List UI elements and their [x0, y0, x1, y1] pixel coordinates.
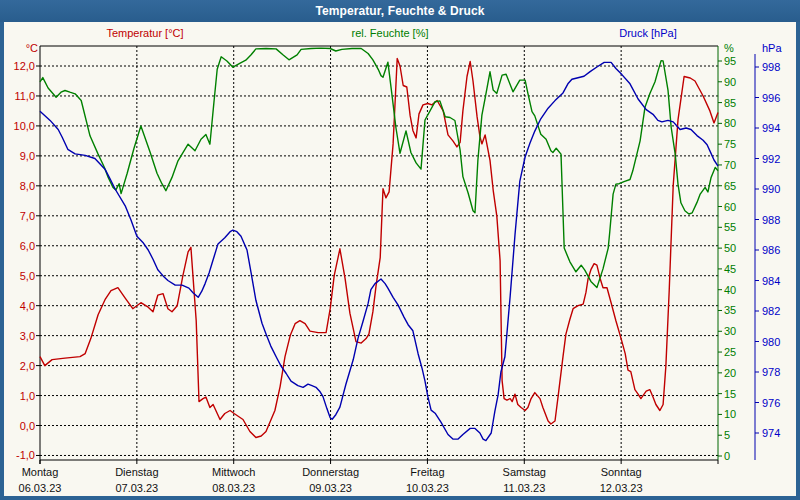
day-name-label: Donnerstag: [283, 466, 379, 478]
temperature-tick-label: 10,0: [5, 120, 35, 132]
day-name-label: Samstag: [476, 466, 572, 478]
temperature-tick-label: 6,0: [5, 240, 35, 252]
humidity-tick-label: 0: [724, 450, 730, 462]
pressure-tick-label: 990: [762, 183, 780, 195]
pressure-tick-label: 986: [762, 244, 780, 256]
pressure-tick-label: 980: [762, 336, 780, 348]
series-lines: [40, 48, 718, 441]
humidity-tick-label: 65: [724, 180, 736, 192]
temperature-tick-label: 11,0: [5, 90, 35, 102]
humidity-tick-label: 35: [724, 304, 736, 316]
chart-svg: [0, 0, 800, 500]
day-date-label: 12.03.23: [573, 482, 669, 494]
day-name-label: Sonntag: [573, 466, 669, 478]
temperature-tick-label: 12,0: [5, 60, 35, 72]
humidity-tick-label: 45: [724, 263, 736, 275]
axes: [36, 46, 759, 464]
humidity-tick-label: 20: [724, 367, 736, 379]
humidity-tick-label: 60: [724, 201, 736, 213]
temperature-tick-label: 9,0: [5, 150, 35, 162]
day-name-label: Dienstag: [89, 466, 185, 478]
pressure-tick-label: 996: [762, 92, 780, 104]
humidity-tick-label: 95: [724, 55, 736, 67]
temperature-tick-label: 8,0: [5, 180, 35, 192]
day-date-label: 11.03.23: [476, 482, 572, 494]
humidity-tick-label: 40: [724, 284, 736, 296]
temperature-tick-label: 3,0: [5, 330, 35, 342]
humidity-series-line: [40, 48, 718, 288]
humidity-tick-label: 15: [724, 388, 736, 400]
humidity-tick-label: 90: [724, 76, 736, 88]
gridlines: [40, 46, 718, 460]
humidity-tick-label: 30: [724, 325, 736, 337]
pressure-tick-label: 974: [762, 427, 780, 439]
pressure-tick-label: 998: [762, 61, 780, 73]
humidity-tick-label: 50: [724, 242, 736, 254]
pressure-tick-label: 988: [762, 214, 780, 226]
day-date-label: 06.03.23: [0, 482, 88, 494]
day-date-label: 08.03.23: [186, 482, 282, 494]
temperature-tick-label: 2,0: [5, 360, 35, 372]
pressure-tick-label: 992: [762, 153, 780, 165]
humidity-tick-label: 70: [724, 159, 736, 171]
humidity-tick-label: 75: [724, 138, 736, 150]
pressure-tick-label: 984: [762, 275, 780, 287]
temperature-tick-label: -1,0: [5, 449, 35, 461]
humidity-tick-label: 10: [724, 408, 736, 420]
temperature-tick-label: 5,0: [5, 270, 35, 282]
day-name-label: Freitag: [379, 466, 475, 478]
temperature-tick-label: 1,0: [5, 390, 35, 402]
humidity-tick-label: 80: [724, 117, 736, 129]
temperature-tick-label: 7,0: [5, 210, 35, 222]
day-date-label: 09.03.23: [283, 482, 379, 494]
day-date-label: 10.03.23: [379, 482, 475, 494]
temperature-tick-label: 4,0: [5, 300, 35, 312]
pressure-tick-label: 982: [762, 305, 780, 317]
pressure-tick-label: 976: [762, 397, 780, 409]
temperature-tick-label: 0,0: [5, 420, 35, 432]
humidity-tick-label: 25: [724, 346, 736, 358]
temperature-series-line: [40, 59, 718, 438]
pressure-tick-label: 978: [762, 366, 780, 378]
humidity-tick-label: 5: [724, 429, 730, 441]
day-name-label: Mittwoch: [186, 466, 282, 478]
humidity-tick-label: 85: [724, 97, 736, 109]
app-window: Temperatur, Feuchte & Druck Temperatur […: [0, 0, 800, 500]
humidity-tick-label: 55: [724, 221, 736, 233]
pressure-tick-label: 994: [762, 122, 780, 134]
pressure-series-line: [40, 62, 718, 440]
day-name-label: Montag: [0, 466, 88, 478]
day-date-label: 07.03.23: [89, 482, 185, 494]
